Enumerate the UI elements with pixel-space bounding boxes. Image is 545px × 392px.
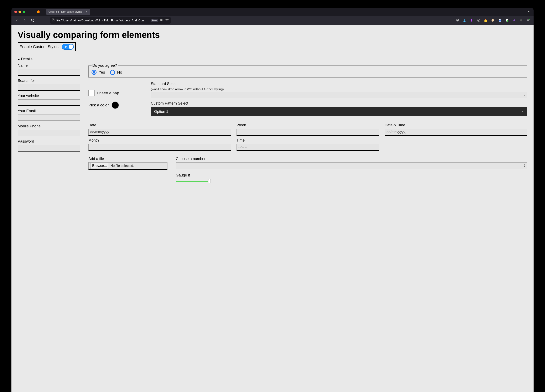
website-label: Your website (18, 94, 80, 98)
password-label: Password (18, 139, 80, 144)
file-input[interactable]: Browse... No file selected. (88, 162, 167, 170)
save-disk-icon[interactable] (498, 18, 502, 23)
details-disclosure[interactable]: ▶ Details (18, 57, 527, 61)
gauge-slider[interactable] (176, 179, 527, 183)
svg-rect-8 (484, 20, 487, 22)
date-input[interactable]: dd/mm/yyyy (88, 129, 231, 136)
maximize-window-icon[interactable] (23, 11, 25, 13)
url-bar[interactable]: file:///Users/nathan/Downloads/All_HTML_… (50, 17, 171, 24)
ext-icon-6[interactable] (512, 18, 516, 23)
datetime-label: Date & Time (385, 123, 527, 127)
name-input[interactable] (18, 69, 80, 76)
file-label: Add a file (88, 157, 167, 161)
gauge-fill (176, 181, 209, 182)
svg-point-23 (529, 19, 530, 20)
page-content: Visually comparing form elements Enable … (12, 25, 533, 392)
reload-button[interactable] (30, 18, 36, 23)
svg-point-19 (520, 20, 521, 20)
svg-point-18 (520, 19, 522, 22)
file-status: No file selected. (111, 164, 134, 168)
datetime-input[interactable]: dd/mm/yyyy, --:-- -- (385, 129, 527, 136)
number-label: Choose a number (176, 157, 527, 161)
email-input[interactable] (18, 115, 80, 121)
email-label: Your Email (18, 109, 80, 113)
toolbar: file:///Users/nathan/Downloads/All_HTML_… (12, 16, 533, 25)
page-icon (52, 18, 55, 22)
svg-point-11 (492, 20, 493, 20)
color-input[interactable] (112, 102, 119, 109)
browser-tab[interactable]: CodePen - form control styling comp × (46, 9, 90, 15)
new-tab-button[interactable]: + (93, 10, 98, 14)
custom-styles-toggle-wrap: Enable Custom Styles On (18, 42, 76, 51)
ext-icon-5[interactable] (505, 18, 509, 23)
zoom-badge[interactable]: 90% (151, 19, 158, 22)
agree-no-label: No (117, 70, 122, 75)
bookmark-star-icon[interactable] (165, 18, 169, 23)
time-input[interactable]: --:-- -- (236, 144, 379, 151)
standard-select[interactable]: hi ⌄ (151, 92, 527, 98)
checkbox-icon (88, 90, 95, 96)
nap-checkbox-label: I need a nap (97, 91, 119, 95)
ext-icon-1[interactable] (470, 18, 474, 23)
pocket-icon[interactable] (455, 18, 459, 23)
ext-icon-4[interactable] (491, 18, 495, 23)
tab-title: CodePen - form control styling comp (49, 10, 86, 13)
agree-yes-label: Yes (99, 70, 105, 75)
color-label: Pick a color (88, 103, 109, 108)
custom-select-label: Custom Pattern Select (151, 101, 527, 106)
tab-close-icon[interactable]: × (86, 10, 88, 13)
standard-select-note: (won't show drop arrow in iOS without fu… (151, 87, 527, 91)
page-heading: Visually comparing form elements (18, 30, 527, 40)
nap-checkbox-row[interactable]: I need a nap (88, 90, 142, 96)
week-input[interactable] (236, 129, 379, 136)
svg-marker-5 (166, 18, 168, 21)
url-text: file:///Users/nathan/Downloads/All_HTML_… (56, 19, 149, 22)
month-label: Month (88, 138, 231, 143)
reader-mode-icon[interactable] (160, 18, 163, 22)
time-label: Time (236, 138, 379, 143)
number-input[interactable]: ▲▼ (176, 162, 527, 169)
standard-select-label: Standard Select (151, 82, 527, 86)
close-window-icon[interactable] (14, 11, 17, 13)
svg-rect-14 (499, 19, 501, 20)
firefox-icon (36, 10, 41, 14)
agree-legend: Do you agree? (92, 63, 118, 68)
ext-icon-3[interactable] (484, 18, 488, 23)
window-controls (12, 11, 28, 13)
custom-select[interactable]: Option 1 (151, 107, 527, 116)
name-label: Name (18, 63, 80, 68)
search-label: Search for (18, 78, 80, 83)
gauge-knob[interactable] (208, 179, 211, 183)
disclosure-triangle-icon: ▶ (18, 58, 20, 61)
agree-no-radio[interactable]: No (110, 70, 122, 75)
text-fields-column: Name Search for Your website Your Email … (18, 63, 80, 183)
toggle-knob (69, 44, 73, 49)
website-input[interactable] (18, 99, 80, 106)
ext-icon-7[interactable] (519, 18, 523, 23)
password-input[interactable] (18, 145, 80, 151)
tabs-dropdown-icon[interactable] (527, 10, 533, 14)
week-label: Week (236, 123, 379, 127)
forward-button[interactable] (22, 18, 28, 23)
agree-yes-radio[interactable]: Yes (92, 70, 105, 75)
svg-marker-9 (484, 19, 487, 20)
details-label: Details (21, 57, 32, 61)
toolbar-extensions (455, 18, 531, 23)
phone-input[interactable] (18, 130, 80, 136)
search-input[interactable] (18, 84, 80, 91)
browse-button[interactable]: Browse... (90, 163, 109, 169)
select-arrow-icon: ⌄ (524, 94, 526, 96)
download-icon[interactable] (462, 18, 467, 23)
gauge-label: Gauge it (176, 173, 527, 177)
app-menu-icon[interactable] (526, 18, 530, 23)
number-stepper-icon[interactable]: ▲▼ (524, 164, 526, 167)
month-input[interactable] (88, 144, 231, 151)
ext-icon-2[interactable] (477, 18, 481, 23)
minimize-window-icon[interactable] (19, 11, 21, 13)
date-label: Date (88, 123, 231, 127)
custom-styles-toggle[interactable]: On (62, 44, 74, 50)
datetime-placeholder: dd/mm/yyyy, --:-- -- (386, 130, 416, 134)
svg-point-7 (478, 20, 479, 21)
back-button[interactable] (14, 18, 20, 23)
chevron-down-icon (521, 110, 524, 114)
